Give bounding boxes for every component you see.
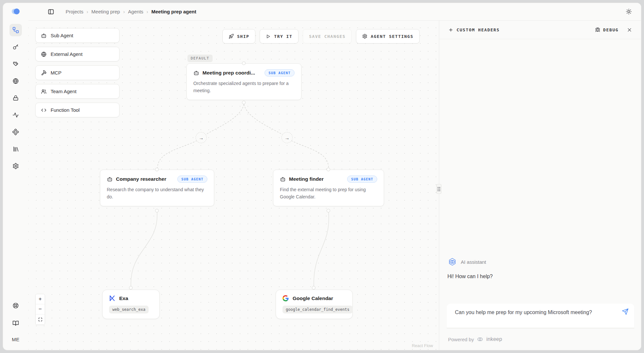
tool-title: Google Calendar	[293, 295, 333, 301]
react-flow-attribution[interactable]: React Flow	[412, 343, 433, 348]
google-logo-icon	[282, 295, 289, 301]
icon-sidebar: ME	[3, 3, 28, 350]
canvas-toolbar: SHIP TRY IT SAVE CHANGES AGENT SETTINGS	[222, 29, 420, 43]
user-avatar[interactable]: ME	[12, 335, 20, 344]
palette-label: Function Tool	[51, 107, 80, 113]
help-icon[interactable]	[9, 299, 22, 312]
close-icon[interactable]	[627, 27, 632, 32]
ship-label: SHIP	[237, 34, 249, 39]
node-title: Meeting prep coordi...	[202, 70, 255, 76]
edge-transfer-icon[interactable]: →	[196, 132, 207, 143]
sidebar-item-globe[interactable]	[9, 75, 22, 87]
users-icon	[41, 89, 47, 94]
ship-button[interactable]: SHIP	[222, 29, 255, 43]
chat-input[interactable]: Can you help me prep for my upcoming Mic…	[455, 308, 617, 317]
top-header: Projects › Meeting prep › Agents › Meeti…	[28, 3, 641, 21]
node-title: Meeting finder	[289, 176, 324, 182]
docs-icon[interactable]	[9, 317, 22, 329]
rocket-icon	[229, 34, 234, 39]
fit-view-icon	[38, 317, 42, 322]
palette-sub-agent[interactable]: Sub Agent	[35, 28, 120, 43]
palette-label: Team Agent	[51, 89, 76, 94]
chat-input-card: Can you help me prep for my upcoming Mic…	[447, 304, 634, 328]
sidebar-item-keys[interactable]	[9, 41, 22, 53]
debug-button[interactable]: DEBUG	[595, 27, 619, 32]
palette-external-agent[interactable]: External Agent	[35, 47, 120, 61]
theme-toggle-icon[interactable]	[626, 8, 632, 15]
breadcrumb-projects[interactable]: Projects	[66, 9, 83, 14]
default-agent-chip: DEFAULT	[187, 55, 213, 62]
sidebar-item-components[interactable]	[9, 126, 22, 138]
palette-function-tool[interactable]: Function Tool	[35, 103, 120, 117]
node-handle[interactable]	[155, 209, 159, 212]
app-window: ME Projects › Meeting prep › Agents › Me…	[3, 3, 641, 350]
node-google-calendar-tool[interactable]: Google Calendar google_calendar_find_eve…	[276, 290, 353, 319]
node-handle[interactable]	[242, 61, 246, 65]
palette-team-agent[interactable]: Team Agent	[35, 84, 120, 99]
flow-canvas[interactable]: Sub Agent External Agent MCP Team Agent …	[28, 21, 439, 350]
play-icon	[266, 34, 271, 39]
sidebar-item-settings[interactable]	[9, 160, 22, 172]
palette-label: MCP	[51, 70, 61, 76]
node-handle[interactable]	[327, 168, 330, 171]
inkeep-mark-icon	[477, 336, 483, 343]
node-handle[interactable]	[327, 209, 330, 212]
agent-settings-label: AGENT SETTINGS	[371, 34, 413, 39]
custom-headers-button[interactable]: CUSTOM HEADERS	[448, 27, 500, 32]
save-changes-button[interactable]: SAVE CHANGES	[303, 29, 352, 43]
panel-header: CUSTOM HEADERS DEBUG	[439, 21, 641, 39]
node-handle[interactable]	[242, 101, 246, 104]
agent-settings-button[interactable]: AGENT SETTINGS	[356, 29, 420, 43]
node-company-researcher[interactable]: Company researcher SUB AGENT Research th…	[100, 170, 214, 206]
node-meeting-prep-coordinator[interactable]: Meeting prep coordi... SUB AGENT Orchest…	[186, 63, 301, 100]
bot-icon	[41, 33, 47, 39]
breadcrumb-separator: ›	[147, 9, 148, 14]
exa-logo-icon	[109, 295, 115, 301]
breadcrumb-separator: ›	[87, 9, 88, 14]
inkeep-logo-icon[interactable]	[11, 8, 21, 15]
assistant-greeting: Hi! How can I help?	[447, 274, 493, 279]
edge-transfer-icon[interactable]: →	[282, 132, 293, 143]
node-handle[interactable]	[129, 286, 133, 290]
sidebar-item-graph[interactable]	[9, 24, 22, 36]
try-it-label: TRY IT	[274, 34, 292, 39]
zoom-in-button[interactable]: +	[36, 294, 45, 304]
save-changes-label: SAVE CHANGES	[309, 34, 346, 39]
fit-view-button[interactable]	[36, 314, 45, 325]
breadcrumb-project[interactable]: Meeting prep	[91, 9, 120, 14]
bot-icon	[193, 70, 199, 76]
gear-icon	[362, 34, 367, 39]
palette-label: External Agent	[51, 51, 83, 57]
sidebar-item-library[interactable]	[9, 143, 22, 155]
zoom-out-button[interactable]: −	[36, 304, 45, 314]
node-palette: Sub Agent External Agent MCP Team Agent …	[35, 28, 120, 117]
node-handle[interactable]	[155, 168, 159, 171]
try-it-panel: CUSTOM HEADERS DEBUG AI assistant Hi! Ho…	[439, 21, 641, 350]
node-meeting-finder[interactable]: Meeting finder SUB AGENT Find the extern…	[273, 170, 384, 206]
inkeep-assistant-icon	[448, 258, 457, 266]
plus-icon	[448, 27, 453, 32]
sidebar-item-credentials[interactable]	[9, 92, 22, 104]
breadcrumb-agents[interactable]: Agents	[128, 9, 143, 14]
powered-by[interactable]: Powered by inkeep	[448, 336, 502, 343]
sub-agent-badge: SUB AGENT	[177, 176, 207, 183]
canvas-controls: + −	[35, 294, 45, 325]
node-description: Research the company to understand what …	[107, 186, 207, 200]
sidebar-item-activity[interactable]	[9, 109, 22, 121]
sub-agent-badge: SUB AGENT	[265, 69, 295, 76]
code-icon	[41, 107, 47, 113]
panel-toggle-icon[interactable]	[45, 6, 57, 18]
custom-headers-label: CUSTOM HEADERS	[457, 27, 500, 32]
bot-icon	[107, 176, 113, 182]
sidebar-item-tags[interactable]	[9, 58, 22, 70]
panel-resize-handle[interactable]	[436, 184, 442, 194]
send-icon[interactable]	[622, 308, 629, 315]
node-title: Company researcher	[116, 176, 166, 182]
palette-mcp[interactable]: MCP	[35, 65, 120, 80]
node-exa-tool[interactable]: Exa web_search_exa	[102, 290, 160, 319]
globe-icon	[41, 51, 47, 57]
powered-by-label: Powered by	[448, 337, 474, 342]
bug-icon	[595, 27, 600, 32]
try-it-button[interactable]: TRY IT	[260, 29, 298, 43]
node-handle[interactable]	[312, 286, 315, 290]
